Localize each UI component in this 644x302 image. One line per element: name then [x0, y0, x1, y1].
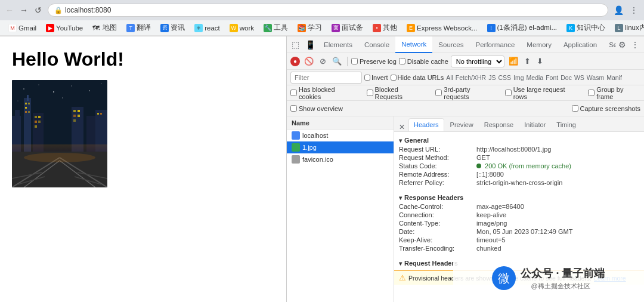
tab-elements[interactable]: Elements [318, 36, 358, 53]
doc-filter[interactable]: Doc [561, 74, 572, 81]
preserve-log-checkbox[interactable]: Preserve log [351, 58, 397, 65]
clear-button[interactable]: 🚫 [302, 57, 315, 66]
devtools-tabs: Elements Console Network Sources Perform… [318, 36, 616, 53]
invert-checkbox[interactable]: Invert [364, 74, 388, 81]
bookmark-trans[interactable]: T 翻译 [123, 22, 154, 33]
preserve-log-input[interactable] [351, 58, 358, 64]
fetch-xhr-filter[interactable]: Fetch/XHR [456, 74, 486, 81]
hide-data-urls-input[interactable] [391, 75, 397, 81]
close-panel-button[interactable]: ✕ [397, 123, 407, 131]
all-filter[interactable]: All [446, 74, 453, 81]
group-by-frame-option[interactable]: Group by frame [588, 86, 640, 100]
refresh-button[interactable]: ↺ [33, 5, 43, 15]
large-rows-option[interactable]: Use large request rows [505, 86, 578, 100]
request-row-favicon[interactable]: favicon.ico [287, 153, 394, 165]
bookmark-youtube[interactable]: ▶ YouTube [42, 23, 86, 33]
large-rows-input[interactable] [505, 90, 512, 96]
bookmark-interview[interactable]: 面 面试备 [328, 22, 367, 33]
tab-performance[interactable]: Performance [470, 36, 521, 53]
request-row-localhost[interactable]: localhost [287, 130, 394, 141]
interview-icon: 面 [332, 24, 340, 32]
bookmarks-bar: M Gmail ▶ YouTube 🗺 地图 T 翻译 资 资讯 ⚛ react… [0, 20, 644, 36]
device-icon[interactable]: 📱 [303, 36, 318, 53]
img-filter[interactable]: Img [513, 74, 524, 81]
settings-icon[interactable]: ⚙ [616, 36, 628, 53]
warning-icon: ⚠ [399, 273, 406, 282]
details-tab-preview[interactable]: Preview [445, 118, 478, 131]
font-filter[interactable]: Font [546, 74, 558, 81]
filter-icon[interactable]: ⊘ [318, 57, 328, 66]
forward-button[interactable]: → [19, 5, 29, 15]
keep-alive-value: timeout=5 [476, 236, 639, 244]
url-bar[interactable]: 🔒 localhost:8080 [48, 4, 608, 17]
svg-rect-15 [25, 107, 27, 109]
js-filter[interactable]: JS [488, 74, 496, 81]
capture-screenshots-option[interactable]: Capture screenshots [572, 105, 641, 112]
third-party-input[interactable] [435, 90, 442, 96]
wasm-filter[interactable]: Wasm [587, 74, 604, 81]
wifi-icon[interactable]: 📶 [507, 57, 520, 66]
bookmark-knowledge[interactable]: K 知识中心 [563, 22, 609, 33]
bookmark-map[interactable]: 🗺 地图 [89, 22, 120, 33]
details-tab-initiator[interactable]: Initiator [519, 118, 550, 131]
show-overview-input[interactable] [290, 105, 297, 112]
back-button[interactable]: ← [5, 5, 14, 15]
linux-icon: L [615, 24, 623, 32]
disable-cache-input[interactable] [399, 58, 405, 64]
bookmark-linux[interactable]: L linux内网（无法访... [611, 22, 644, 33]
group-by-frame-input[interactable] [588, 90, 595, 96]
profile-button[interactable]: 👤 [613, 5, 624, 16]
tab-memory[interactable]: Memory [521, 36, 558, 53]
css-filter[interactable]: CSS [498, 74, 511, 81]
tab-network[interactable]: Network [395, 36, 432, 53]
bookmark-tools[interactable]: 🔧 工具 [260, 22, 292, 33]
manifest-filter[interactable]: Manif [606, 74, 622, 81]
response-headers-section: Response Headers Cache-Control: max-age=… [394, 189, 644, 255]
third-party-option[interactable]: 3rd-party requests [435, 86, 495, 100]
bookmark-other[interactable]: • 其他 [369, 22, 401, 33]
svg-point-4 [71, 85, 72, 86]
disable-cache-checkbox[interactable]: Disable cache [399, 58, 448, 65]
record-button[interactable]: ● [290, 57, 300, 66]
svg-point-2 [38, 84, 39, 85]
url-text: localhost:8080 [65, 6, 111, 14]
inspect-icon[interactable]: ⬚ [289, 36, 302, 53]
has-blocked-label: Has blocked cookies [299, 86, 357, 100]
more-icon[interactable]: ⋮ [628, 36, 642, 53]
invert-input[interactable] [364, 75, 370, 81]
bookmark-express[interactable]: E Express Websock... [403, 23, 481, 33]
tab-console[interactable]: Console [358, 36, 395, 53]
hide-data-urls-checkbox[interactable]: Hide data URLs [391, 74, 444, 81]
details-tab-timing[interactable]: Timing [552, 118, 581, 131]
has-blocked-option[interactable]: Has blocked cookies [290, 86, 357, 100]
svg-rect-19 [35, 116, 37, 118]
filter-input[interactable] [290, 72, 362, 84]
details-tab-headers[interactable]: Headers [408, 118, 444, 131]
details-tab-response[interactable]: Response [479, 118, 519, 131]
throttle-select[interactable]: No throttling [451, 56, 504, 67]
request-row-1jpg[interactable]: 1.jpg [287, 141, 394, 153]
tab-security[interactable]: Security [603, 36, 616, 53]
blocked-requests-option[interactable]: Blocked Requests [367, 86, 426, 100]
bookmark-gmail[interactable]: M Gmail [5, 23, 40, 33]
bookmark-react[interactable]: ⚛ react [191, 23, 224, 33]
export-icon[interactable]: ⬇ [535, 57, 545, 66]
show-overview-option[interactable]: Show overview [290, 105, 343, 112]
media-filter[interactable]: Media [527, 74, 544, 81]
import-icon[interactable]: ⬆ [522, 57, 532, 66]
tab-application[interactable]: Application [558, 36, 603, 53]
has-blocked-input[interactable] [290, 90, 297, 96]
search-icon[interactable]: 🔍 [330, 57, 343, 66]
tab-sources[interactable]: Sources [432, 36, 469, 53]
bookmark-work[interactable]: W work [226, 23, 258, 33]
general-label: General [404, 137, 429, 144]
bookmark-el-admin[interactable]: ! (1条消息) el-admi... [484, 22, 561, 33]
menu-button[interactable]: ⋮ [628, 5, 639, 16]
blocked-requests-input[interactable] [367, 90, 373, 96]
ws-filter[interactable]: WS [574, 74, 584, 81]
favicon-icon [292, 155, 300, 164]
capture-screenshots-input[interactable] [572, 105, 578, 112]
bookmark-learn[interactable]: 📚 学习 [294, 22, 326, 33]
learn-icon: 📚 [298, 24, 306, 32]
bookmark-news[interactable]: 资 资讯 [157, 22, 188, 33]
